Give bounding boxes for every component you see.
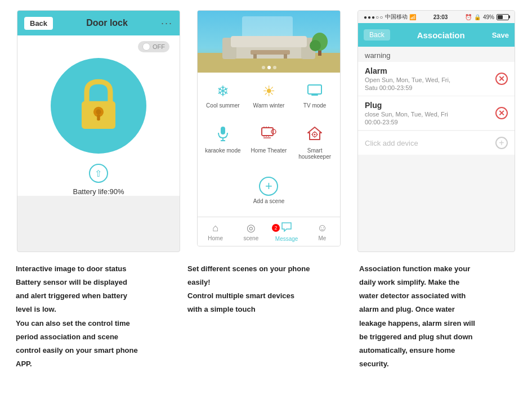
scene-label-warm-winter: Warm winter bbox=[253, 102, 285, 109]
desc3-line3: water detector associated with bbox=[359, 290, 516, 302]
scene-item-housekeeper[interactable]: Smart housekeeper bbox=[292, 120, 338, 171]
scene-label-karaoke: karaoke mode bbox=[205, 147, 240, 154]
svg-point-13 bbox=[310, 40, 321, 51]
theater-icon bbox=[261, 125, 276, 145]
toggle-circle bbox=[142, 43, 150, 51]
warning-section-label: warning bbox=[358, 47, 515, 62]
phone3-back-button[interactable]: Back bbox=[364, 29, 390, 41]
message-badge: 2 bbox=[272, 224, 280, 232]
phone1-door-lock: Back Door lock ··· OFF bbox=[17, 10, 180, 252]
alarm-item: Alarm Open Sun, Mon, Tue, Wed, Fri, Satu… bbox=[358, 62, 515, 96]
add-scene-label: Add a scene bbox=[253, 198, 285, 204]
phone3-statusbar: ●●●○○ 中国移动 📶 23:03 ⏰ 🔒 49% bbox=[358, 11, 515, 23]
phone1-header: Back Door lock ··· bbox=[17, 11, 180, 35]
scene-label-housekeeper: Smart housekeeper bbox=[294, 147, 336, 160]
scene-item-cool-summer[interactable]: ❄ Cool summer bbox=[200, 77, 246, 120]
nav-home[interactable]: ⌂ Home bbox=[198, 217, 233, 246]
phone1-title: Door lock bbox=[86, 18, 128, 28]
hero-illustration bbox=[198, 11, 340, 73]
desc3-line8: security. bbox=[359, 358, 516, 370]
add-scene-button[interactable]: + Add a scene bbox=[246, 171, 292, 212]
carrier-label: 中国移动 bbox=[385, 13, 408, 21]
desc3-line5: leakage happens, alarm siren will bbox=[359, 318, 516, 329]
phone3-save-button[interactable]: Save bbox=[492, 31, 509, 39]
plug-item-detail-2: 00:00-23:59 bbox=[365, 119, 495, 125]
share-icon-area: ⇧ Battery life:90% bbox=[73, 164, 124, 196]
screenshots-row: Back Door lock ··· OFF bbox=[0, 0, 532, 258]
lock-svg-icon bbox=[73, 78, 124, 134]
desc2-line4: with a simple touch bbox=[187, 304, 345, 315]
nav-message[interactable]: 2 Message bbox=[269, 217, 305, 246]
statusbar-right: ⏰ 🔒 49% bbox=[465, 14, 509, 20]
smart-house-icon bbox=[307, 125, 323, 145]
battery-tip bbox=[509, 16, 510, 19]
phone2-hero-image bbox=[198, 11, 340, 73]
svg-rect-10 bbox=[231, 36, 307, 47]
desc1-line1: Interactive image to door status bbox=[16, 263, 173, 275]
battery-life-text: Battery life:90% bbox=[73, 187, 124, 196]
scene-item-tv-mode[interactable]: TV mode bbox=[292, 77, 338, 120]
desc1-line4: level is low. bbox=[16, 304, 173, 315]
scene-label-cool-summer: Cool summer bbox=[206, 102, 239, 109]
phone1-body: OFF bbox=[17, 35, 180, 196]
nav-scene-label: scene bbox=[244, 235, 259, 241]
scene-grid: ❄ Cool summer ☀ Warm winter TV bbox=[198, 73, 340, 217]
mic-icon bbox=[216, 125, 230, 145]
svg-point-2 bbox=[96, 109, 101, 114]
scene-item-warm-winter[interactable]: ☀ Warm winter bbox=[246, 77, 292, 120]
phone2-scene: ❄ Cool summer ☀ Warm winter TV bbox=[197, 10, 341, 246]
plug-item: Plug close Sun, Mon, Tue, Wed, Fri 00:00… bbox=[358, 96, 515, 131]
me-nav-icon: ☺ bbox=[317, 222, 327, 234]
scene-item-karaoke[interactable]: karaoke mode bbox=[200, 120, 246, 171]
phone2-navbar: ⌂ Home ◎ scene 2 Message bbox=[198, 217, 340, 246]
alarm-item-info: Alarm Open Sun, Mon, Tue, Wed, Fri, Satu… bbox=[365, 66, 495, 91]
alarm-item-name: Alarm bbox=[365, 66, 495, 75]
add-device-plus-icon[interactable]: + bbox=[495, 137, 508, 149]
tv-icon bbox=[307, 83, 323, 100]
nav-message-label: Message bbox=[275, 236, 298, 242]
svg-rect-18 bbox=[311, 95, 318, 96]
phone1-back-button[interactable]: Back bbox=[24, 17, 53, 30]
desc3-line2: daily work simplify. Make the bbox=[359, 277, 516, 288]
svg-rect-20 bbox=[221, 127, 225, 134]
nav-scene[interactable]: ◎ scene bbox=[233, 217, 269, 246]
message-nav-icon: 2 bbox=[281, 222, 292, 235]
toggle-switch[interactable]: OFF bbox=[138, 41, 169, 52]
desc2-line3: Control multiple smart devices bbox=[187, 290, 345, 302]
hero-pagination-dots bbox=[262, 66, 276, 69]
scene-nav-icon: ◎ bbox=[247, 222, 256, 234]
svg-rect-15 bbox=[253, 54, 257, 59]
dot-1 bbox=[262, 66, 265, 69]
plug-remove-button[interactable]: ✕ bbox=[495, 107, 508, 119]
add-device-row[interactable]: Click add device + bbox=[358, 131, 515, 155]
add-device-label: Click add device bbox=[365, 139, 418, 147]
desc3-line6: be triggered and plug shut down bbox=[359, 331, 516, 343]
add-scene-plus-icon: + bbox=[259, 177, 278, 196]
lock-status-icon: 🔒 bbox=[474, 14, 481, 20]
wifi-icon: 📶 bbox=[409, 14, 416, 20]
nav-me[interactable]: ☺ Me bbox=[305, 217, 340, 246]
home-nav-icon: ⌂ bbox=[212, 222, 218, 234]
desc1-line3: and alert triggered when battery bbox=[16, 290, 173, 302]
share-icon[interactable]: ⇧ bbox=[89, 164, 108, 183]
plug-item-detail-1: close Sun, Mon, Tue, Wed, Fri bbox=[365, 111, 495, 118]
alarm-item-detail-1: Open Sun, Mon, Tue, Wed, Fri, bbox=[365, 77, 495, 83]
phone3-title: Association bbox=[417, 30, 465, 40]
description-col2: Set different scenes on your phone easil… bbox=[183, 263, 349, 318]
scene-item-theater[interactable]: Home Theater bbox=[246, 120, 292, 171]
signal-strength-icon: ●●●○○ bbox=[364, 14, 383, 20]
svg-point-33 bbox=[314, 134, 316, 136]
plug-item-info: Plug close Sun, Mon, Tue, Wed, Fri 00:00… bbox=[365, 101, 495, 125]
time-label: 23:03 bbox=[433, 14, 448, 20]
snowflake-icon: ❄ bbox=[217, 83, 229, 100]
svg-rect-16 bbox=[284, 54, 287, 59]
nav-me-label: Me bbox=[318, 235, 326, 241]
desc3-line1: Association function make your bbox=[359, 263, 516, 275]
description-col1: Interactive image to door status Battery… bbox=[11, 263, 177, 372]
alarm-remove-button[interactable]: ✕ bbox=[495, 73, 508, 85]
description-col3: Association function make your daily wor… bbox=[355, 263, 521, 372]
svg-rect-17 bbox=[308, 85, 321, 94]
desc1-line8: APP. bbox=[16, 358, 173, 370]
main-container: Back Door lock ··· OFF bbox=[0, 0, 532, 395]
phone1-more-icon[interactable]: ··· bbox=[161, 17, 173, 29]
